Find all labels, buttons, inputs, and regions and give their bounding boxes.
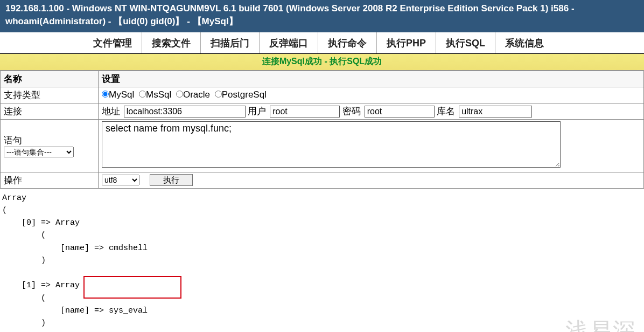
dbtype-mssql-radio[interactable] [139, 91, 146, 98]
header-setting: 设置 [99, 71, 644, 87]
dbtype-oracle-label: Oracle [183, 89, 210, 100]
dbtype-postgresql[interactable]: PostgreSql [215, 89, 267, 100]
stmt-set-select[interactable]: ---语句集合--- [4, 147, 74, 157]
status-text: 连接MySql成功 - 执行SQL成功 [262, 57, 382, 66]
db-input[interactable] [459, 106, 532, 117]
dbtype-oracle-radio[interactable] [176, 91, 183, 98]
dbtype-mysql[interactable]: MySql [102, 89, 134, 100]
stmt-cell [99, 119, 644, 172]
tabs-bar: 文件管理 搜索文件 扫描后门 反弹端口 执行命令 执行PHP 执行SQL 系统信… [0, 32, 644, 54]
tab-sysinfo[interactable]: 系统信息 [495, 32, 554, 53]
execute-button[interactable]: 执行 [150, 174, 193, 186]
window-title-text: 192.168.1.100 - Windows NT WIN-NTQAGUNM9… [5, 3, 575, 26]
output-area: Array ( [0] => Array ( [name] => cmdshel… [0, 189, 644, 332]
row-label-dbtype: 支持类型 [1, 87, 99, 103]
row-label-stmt-text: 语句 [4, 134, 95, 147]
header-name: 名称 [1, 71, 99, 87]
window-title-bar: 192.168.1.100 - Windows NT WIN-NTQAGUNM9… [0, 0, 644, 32]
db-label: 库名 [437, 106, 455, 116]
dbtype-mssql-label: MsSql [146, 89, 171, 100]
dbtype-cell: MySql MsSql Oracle PostgreSql [99, 87, 644, 103]
pass-label: 密码 [342, 106, 361, 116]
tab-exec-sql[interactable]: 执行SQL [436, 32, 495, 53]
tabs-spacer [0, 32, 83, 53]
row-label-action: 操作 [1, 172, 99, 188]
dbtype-postgresql-label: PostgreSql [222, 89, 267, 100]
row-label-conn: 连接 [1, 103, 99, 119]
dbtype-mysql-label: MySql [109, 89, 134, 100]
encoding-select[interactable]: utf8 [102, 175, 139, 185]
user-label: 用户 [248, 106, 266, 116]
conn-cell: 地址 用户 密码 库名 [99, 103, 644, 119]
addr-label: 地址 [102, 106, 120, 116]
row-label-stmt: 语句 ---语句集合--- [1, 119, 99, 172]
tab-exec-php[interactable]: 执行PHP [377, 32, 436, 53]
action-cell: utf8 执行 [99, 172, 644, 188]
addr-input[interactable] [124, 106, 246, 117]
status-bar: 连接MySql成功 - 执行SQL成功 [0, 54, 644, 71]
user-input[interactable] [270, 106, 340, 117]
tab-scan-backdoor[interactable]: 扫描后门 [201, 32, 260, 53]
dbtype-postgresql-radio[interactable] [215, 91, 222, 98]
output-text: Array ( [0] => Array ( [name] => cmdshel… [0, 189, 644, 332]
tab-exec-cmd[interactable]: 执行命令 [318, 32, 377, 53]
tab-file-manager[interactable]: 文件管理 [83, 32, 142, 53]
sql-textarea[interactable] [102, 121, 561, 168]
pass-input[interactable] [365, 106, 435, 117]
tab-search-files[interactable]: 搜索文件 [142, 32, 201, 53]
tab-reverse-port[interactable]: 反弹端口 [260, 32, 318, 53]
dbtype-mysql-radio[interactable] [102, 91, 109, 98]
settings-table: 名称 设置 支持类型 MySql MsSql Oracle PostgreSql… [0, 71, 644, 189]
dbtype-oracle[interactable]: Oracle [176, 89, 210, 100]
dbtype-mssql[interactable]: MsSql [139, 89, 171, 100]
